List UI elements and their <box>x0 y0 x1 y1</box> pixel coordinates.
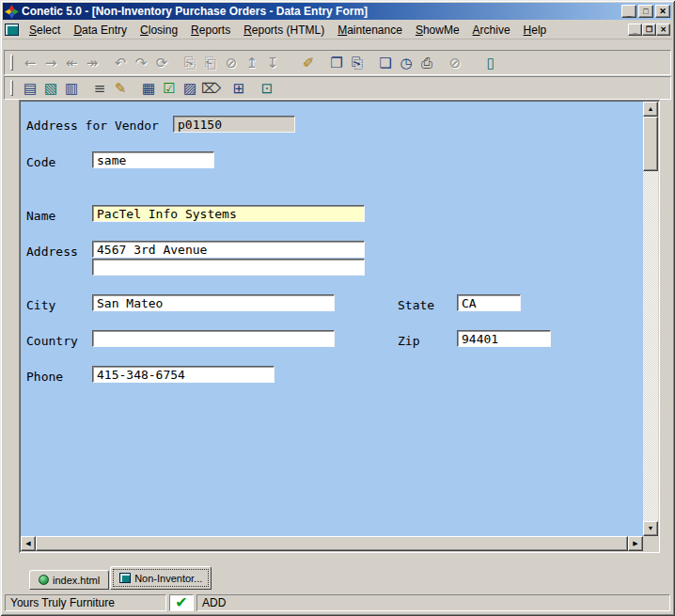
globe-icon <box>39 575 49 585</box>
form-system-icon[interactable] <box>5 24 19 36</box>
phone-input[interactable] <box>92 366 275 383</box>
menu-item-data-entry[interactable]: Data Entry <box>67 22 133 39</box>
open-record-icon: ▧ <box>44 80 57 97</box>
grid-view-icon: ▦ <box>142 80 155 97</box>
print-button[interactable]: ⎙ <box>416 53 437 73</box>
menu-item-maintenance[interactable]: Maintenance <box>331 22 409 39</box>
scrollbar-corner <box>643 536 658 551</box>
nav-first-button[interactable]: ↞ <box>61 53 82 73</box>
form-client-area: Address for Vendor Code Name Address Cit… <box>19 100 660 553</box>
redo-icon: ↷ <box>135 55 148 71</box>
country-label: Country <box>26 334 78 348</box>
code-label: Code <box>26 155 55 169</box>
address-line1-input[interactable] <box>92 241 365 258</box>
nav-last-button[interactable]: ↠ <box>82 53 102 73</box>
nav-next-icon: → <box>45 55 57 71</box>
calculator-button[interactable]: ⊞ <box>228 78 249 99</box>
paste-page-icon: ⎘ <box>352 55 363 71</box>
edit-record-button[interactable]: ✎ <box>110 78 131 99</box>
new-record-button[interactable]: ▤ <box>20 78 40 99</box>
undo-button[interactable]: ↶ <box>110 53 131 73</box>
copy-record-icon: ⎘ <box>184 55 196 71</box>
delete-record-button[interactable]: ⌦ <box>200 78 221 99</box>
save-record-icon: ▥ <box>65 80 78 97</box>
scroll-down-button[interactable]: ▼ <box>643 521 658 536</box>
save-record-button[interactable]: ▥ <box>61 78 82 99</box>
code-input[interactable] <box>92 151 214 168</box>
check-view-button[interactable]: ☑ <box>159 78 180 99</box>
zip-input[interactable] <box>457 330 551 347</box>
new-record-icon: ▤ <box>24 80 37 97</box>
stop-button[interactable]: ⊘ <box>445 53 465 73</box>
app-icon[interactable] <box>5 5 19 19</box>
export-record-icon: ↥ <box>246 55 259 71</box>
grid-view-button[interactable]: ▦ <box>138 78 159 99</box>
new-window-button[interactable]: ❏ <box>375 53 396 73</box>
menu-item-help[interactable]: Help <box>517 22 554 39</box>
copy-page-button[interactable]: ❐ <box>326 53 347 73</box>
toolbar-grip[interactable] <box>10 80 13 96</box>
report-view-button[interactable]: ▨ <box>180 78 200 99</box>
menu-item-closing[interactable]: Closing <box>133 22 184 39</box>
name-input[interactable] <box>92 205 365 222</box>
titlebar: Conetic 5.0 - [Non-Inventory Purchase Or… <box>3 3 672 20</box>
paste-page-button[interactable]: ⎘ <box>347 53 368 73</box>
menu-item-archive[interactable]: Archive <box>466 22 517 39</box>
status-check-panel: ✔ <box>169 594 194 611</box>
new-window-icon: ❏ <box>379 55 391 71</box>
nav-previous-icon: ← <box>24 55 37 71</box>
cancel-record-button[interactable]: ⊘ <box>221 53 242 73</box>
import-record-button[interactable]: ↧ <box>262 53 283 73</box>
vendor-input[interactable] <box>173 116 295 133</box>
horizontal-scroll-thumb[interactable] <box>36 536 628 551</box>
cut-record-button[interactable]: ⎗ <box>200 53 221 73</box>
browse-records-button[interactable]: ≡ <box>89 78 110 99</box>
address-line2-input[interactable] <box>92 259 365 276</box>
app-window: Conetic 5.0 - [Non-Inventory Purchase Or… <box>0 0 675 616</box>
vertical-scrollbar[interactable]: ▲ ▼ <box>643 102 658 536</box>
state-input[interactable] <box>457 294 521 311</box>
city-input[interactable] <box>92 294 335 311</box>
checkmark-icon: ✔ <box>175 595 187 610</box>
scroll-right-button[interactable]: ▶ <box>628 536 643 551</box>
open-record-button[interactable]: ▧ <box>40 78 61 99</box>
form-canvas: Address for Vendor Code Name Address Cit… <box>21 102 643 536</box>
import-record-icon: ↧ <box>267 55 279 71</box>
maximize-button[interactable]: □ <box>638 5 653 18</box>
menu-item-showme[interactable]: ShowMe <box>409 22 466 39</box>
vertical-scroll-thumb[interactable] <box>643 117 658 171</box>
country-input[interactable] <box>92 330 335 347</box>
scroll-left-button[interactable]: ◀ <box>21 536 36 551</box>
history-clock-icon: ◷ <box>400 55 412 71</box>
nav-first-icon: ↞ <box>66 55 78 71</box>
horizontal-scrollbar[interactable]: ◀ ▶ <box>21 536 643 551</box>
cancel-record-icon: ⊘ <box>226 55 238 71</box>
status-bar: Yours Truly Furniture ✔ ADD <box>3 592 672 613</box>
tab-label: Non-Inventor... <box>134 573 202 584</box>
nav-next-button[interactable]: → <box>40 53 61 73</box>
mdi-close-button[interactable]: ✕ <box>656 24 670 36</box>
scroll-up-button[interactable]: ▲ <box>643 102 658 117</box>
tab-non-inventory[interactable]: Non-Inventor... <box>110 566 212 590</box>
toolbar-grip[interactable] <box>10 55 13 71</box>
status-company: Yours Truly Furniture <box>5 594 166 611</box>
redo-button[interactable]: ↷ <box>131 53 151 73</box>
exit-door-button[interactable]: ▯ <box>480 53 501 73</box>
mdi-minimize-button[interactable]: _ <box>628 24 642 36</box>
mdi-restore-button[interactable]: ❐ <box>642 24 656 36</box>
menu-item-reports-html[interactable]: Reports (HTML) <box>237 22 331 39</box>
nav-previous-button[interactable]: ← <box>20 53 40 73</box>
history-clock-button[interactable]: ◷ <box>396 53 416 73</box>
copy-record-button[interactable]: ⎘ <box>180 53 200 73</box>
export-record-button[interactable]: ↥ <box>242 53 262 73</box>
window-controls: _ □ ✕ <box>621 5 670 18</box>
minimize-button[interactable]: _ <box>621 5 636 18</box>
tab-index-html[interactable]: index.html <box>29 570 109 590</box>
edit-record-icon: ✎ <box>115 80 127 97</box>
refresh-button[interactable]: ⟳ <box>151 53 172 73</box>
close-button[interactable]: ✕ <box>655 5 670 18</box>
menu-item-reports[interactable]: Reports <box>184 22 237 39</box>
menu-item-select[interactable]: Select <box>23 22 67 39</box>
run-form-button[interactable]: ⊡ <box>257 78 277 99</box>
edit-pen-button[interactable]: ✐ <box>298 53 319 73</box>
